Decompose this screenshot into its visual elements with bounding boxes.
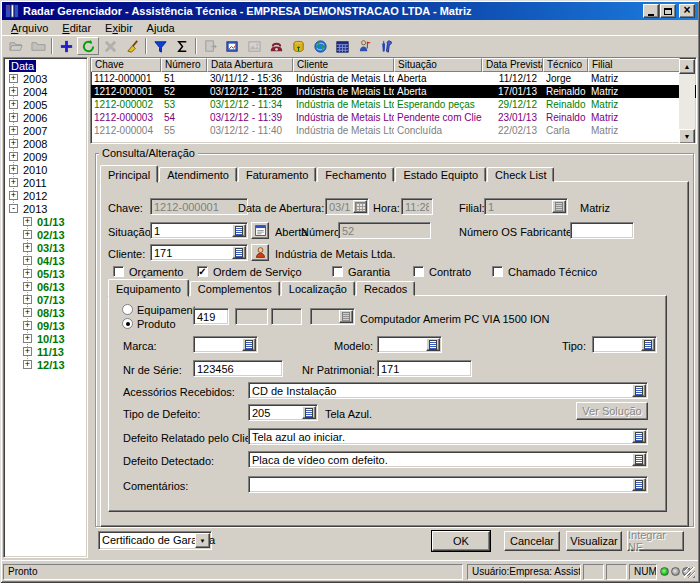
subtab-complementos[interactable]: Complementos: [190, 281, 280, 296]
toolbar-filter-button[interactable]: [149, 37, 171, 55]
tree-item-2011[interactable]: +2011: [4, 176, 87, 189]
table-row[interactable]: 1212-0000035403/12/12 - 11:39Indústria d…: [91, 111, 696, 124]
acessorios-field[interactable]: [248, 382, 648, 399]
equipamento-radio[interactable]: [122, 304, 133, 315]
tree-item-10-13[interactable]: +10/13: [4, 332, 87, 345]
maximize-button[interactable]: [660, 4, 676, 18]
marca-lookup-button[interactable]: [242, 338, 256, 351]
expand-plus-icon[interactable]: +: [23, 282, 32, 291]
tab-fechamento[interactable]: Fechamento: [317, 167, 394, 182]
toolbar-add-button[interactable]: [55, 37, 77, 55]
expand-plus-icon[interactable]: +: [9, 126, 18, 135]
cliente-contact-button[interactable]: [251, 244, 269, 261]
checkbox-chamado-técnico[interactable]: [492, 266, 503, 277]
tab-faturamento[interactable]: Faturamento: [238, 167, 316, 182]
toolbar-tools-button[interactable]: [375, 37, 397, 55]
serie-field[interactable]: [193, 360, 283, 377]
collapse-minus-icon[interactable]: -: [9, 204, 18, 213]
modelo-field[interactable]: [377, 336, 442, 353]
situacao-detail-button[interactable]: [251, 222, 269, 239]
print-dropdown[interactable]: Certificado de Garantia ▼: [98, 531, 212, 550]
expand-plus-icon[interactable]: +: [9, 191, 18, 200]
expand-plus-icon[interactable]: +: [23, 347, 32, 356]
defeito-relatado-lookup-button[interactable]: [632, 430, 646, 443]
tipo-lookup-button[interactable]: [641, 338, 655, 351]
cliente-lookup-button[interactable]: [232, 246, 246, 259]
column-header-data-abertura[interactable]: Data Abertura: [207, 58, 293, 72]
visualizar-button[interactable]: Visualizar: [566, 531, 622, 551]
grid-scrollbar[interactable]: ▲ ▼: [679, 59, 695, 144]
close-button[interactable]: ×: [679, 4, 695, 18]
acessorios-lookup-button[interactable]: [632, 384, 646, 397]
subtab-recados[interactable]: Recados: [356, 281, 415, 296]
tree-item-2003[interactable]: +2003: [4, 72, 87, 85]
checkbox-garantia[interactable]: [332, 266, 343, 277]
expand-plus-icon[interactable]: +: [9, 165, 18, 174]
tab-estado-equipto[interactable]: Estado Equipto: [395, 167, 486, 182]
dropdown-arrow-icon[interactable]: ▼: [195, 533, 210, 548]
menu-item-editar[interactable]: Editar: [55, 21, 98, 35]
toolbar-calendar-button[interactable]: [331, 37, 353, 55]
table-row[interactable]: 1212-0000015203/12/12 - 11:28Indústria d…: [91, 85, 696, 98]
tree-item-06-13[interactable]: +06/13: [4, 280, 87, 293]
expand-plus-icon[interactable]: +: [23, 295, 32, 304]
tree-item-2013[interactable]: -2013: [4, 202, 87, 215]
toolbar-refresh-button[interactable]: [77, 37, 99, 55]
column-header-data-prevista[interactable]: Data Prevista: [482, 58, 543, 72]
defeito-detectado-field[interactable]: [248, 451, 648, 468]
menu-item-arquivo[interactable]: Arquivo: [4, 21, 55, 35]
tree-item-07-13[interactable]: +07/13: [4, 293, 87, 306]
resize-grip-icon[interactable]: [684, 567, 695, 578]
tree-item-2006[interactable]: +2006: [4, 111, 87, 124]
tree-item-08-13[interactable]: +08/13: [4, 306, 87, 319]
column-header-filial[interactable]: Filial: [588, 58, 680, 72]
tree-item-04-13[interactable]: +04/13: [4, 254, 87, 267]
produto-code-field[interactable]: [193, 308, 229, 325]
checkbox-contrato[interactable]: [413, 266, 424, 277]
expand-plus-icon[interactable]: +: [23, 256, 32, 265]
toolbar-sum-button[interactable]: [171, 37, 193, 55]
toolbar-technician-button[interactable]: [353, 37, 375, 55]
numero-os-field[interactable]: [570, 222, 634, 239]
tree-item-2008[interactable]: +2008: [4, 137, 87, 150]
column-header-cliente[interactable]: Cliente: [293, 58, 394, 72]
toolbar-report-button[interactable]: [221, 37, 243, 55]
expand-plus-icon[interactable]: +: [9, 100, 18, 109]
tree-item-02-13[interactable]: +02/13: [4, 228, 87, 241]
scroll-down-button[interactable]: ▼: [679, 129, 695, 144]
expand-plus-icon[interactable]: +: [23, 230, 32, 239]
expand-plus-icon[interactable]: +: [23, 269, 32, 278]
table-row[interactable]: 1112-0000015130/11/12 - 15:36Indústria d…: [91, 72, 696, 85]
expand-plus-icon[interactable]: +: [9, 139, 18, 148]
cancelar-button[interactable]: Cancelar: [504, 531, 560, 551]
toolbar-money-button[interactable]: [287, 37, 309, 55]
tree-item-Data[interactable]: Data: [4, 59, 87, 72]
toolbar-globe-button[interactable]: [309, 37, 331, 55]
expand-plus-icon[interactable]: +: [9, 74, 18, 83]
expand-plus-icon[interactable]: +: [23, 360, 32, 369]
toolbar-clean-button[interactable]: [121, 37, 143, 55]
defeito-detectado-lookup-button[interactable]: [632, 453, 646, 466]
menu-item-ajuda[interactable]: Ajuda: [140, 21, 182, 35]
table-row[interactable]: 1212-0000045503/12/12 - 11:40Indústria d…: [91, 124, 696, 137]
scroll-up-button[interactable]: ▲: [679, 59, 695, 74]
tree-item-2007[interactable]: +2007: [4, 124, 87, 137]
expand-plus-icon[interactable]: +: [9, 152, 18, 161]
tree-item-11-13[interactable]: +11/13: [4, 345, 87, 358]
tipo-defeito-lookup-button[interactable]: [302, 406, 316, 419]
tree-item-09-13[interactable]: +09/13: [4, 319, 87, 332]
tab-atendimento[interactable]: Atendimento: [159, 167, 237, 182]
expand-plus-icon[interactable]: +: [9, 113, 18, 122]
toolbar-phone-button[interactable]: [265, 37, 287, 55]
expand-plus-icon[interactable]: +: [23, 243, 32, 252]
tipo-field[interactable]: [592, 336, 657, 353]
expand-plus-icon[interactable]: +: [9, 87, 18, 96]
tree-item-03-13[interactable]: +03/13: [4, 241, 87, 254]
situacao-lookup-button[interactable]: [232, 224, 246, 237]
expand-plus-icon[interactable]: +: [23, 334, 32, 343]
expand-plus-icon[interactable]: +: [23, 321, 32, 330]
column-header-número[interactable]: Número: [161, 58, 207, 72]
column-header-situação[interactable]: Situação: [394, 58, 482, 72]
expand-plus-icon[interactable]: +: [23, 217, 32, 226]
patrimonial-field[interactable]: [377, 360, 472, 377]
